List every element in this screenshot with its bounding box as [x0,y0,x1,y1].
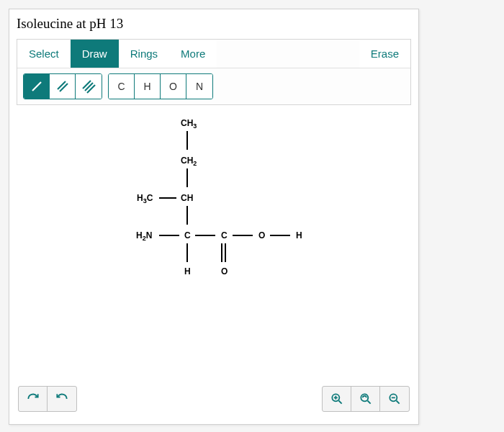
atom-c-right: C [221,230,228,240]
editor-panel: Isoleucine at pH 13 Select Draw Rings Mo… [9,9,419,425]
bond-h1 [159,197,176,199]
tab-rings[interactable]: Rings [119,40,169,68]
atom-c-button[interactable]: C [109,74,135,99]
single-bond-button[interactable] [24,74,50,99]
redo-icon [55,392,69,406]
page-title: Isoleucine at pH 13 [17,13,411,39]
bond-buttons [23,73,102,99]
tool-row: C H O N [17,68,410,104]
redo-button[interactable] [48,387,76,411]
bond-v1 [186,131,188,150]
zoom-in-button[interactable] [323,387,351,411]
svg-line-7 [338,401,341,404]
svg-line-0 [32,82,41,91]
atom-h2n: H2N [136,230,152,242]
undo-button[interactable] [19,387,48,411]
undo-icon [26,392,40,406]
atom-h-bottom: H [184,266,191,276]
svg-line-2 [60,84,68,91]
atom-o-right: O [258,230,265,240]
svg-line-4 [85,83,93,91]
single-bond-icon [30,79,44,94]
tab-row: Select Draw Rings More Erase [17,40,410,68]
zoom-out-button[interactable] [380,387,409,411]
triple-bond-icon [81,79,96,94]
atom-h-button[interactable]: H [135,74,161,99]
zoom-in-icon [330,392,344,406]
atom-n-button[interactable]: N [186,74,212,99]
atom-h3c: H3C [137,193,153,204]
svg-line-3 [83,81,91,89]
footer-bar [17,379,411,415]
tab-draw[interactable]: Draw [71,40,119,68]
undo-redo-group [18,386,77,412]
svg-point-10 [361,394,368,401]
triple-bond-button[interactable] [76,74,102,99]
drawing-canvas[interactable]: CH3 CH2 H3C CH H2N C C O H H O [17,105,411,379]
svg-line-5 [87,85,95,93]
bond-h4 [233,235,253,236]
tab-select[interactable]: Select [17,40,71,68]
bond-double [221,243,226,262]
bond-v4 [186,243,188,262]
tab-more[interactable]: More [169,40,217,68]
atom-c-center: C [184,230,191,240]
svg-line-12 [397,401,400,404]
zoom-group [322,386,410,412]
double-bond-button[interactable] [50,74,76,99]
atom-ch2: CH2 [181,156,197,167]
bond-v2 [186,168,188,187]
zoom-reset-icon [359,392,373,406]
tab-erase[interactable]: Erase [359,40,410,68]
zoom-reset-button[interactable] [351,387,380,411]
bond-h2 [159,235,179,236]
tab-spacer [217,40,359,68]
bond-v3 [186,206,188,225]
atom-buttons: C H O N [108,73,213,99]
toolbar: Select Draw Rings More Erase C H [17,39,411,105]
atom-ch: CH [181,193,193,203]
atom-h-right: H [296,230,302,240]
bond-h5 [270,235,290,236]
zoom-out-icon [387,392,402,406]
double-bond-icon [55,79,70,94]
svg-line-1 [58,81,66,89]
bond-h3 [195,235,215,236]
atom-o-button[interactable]: O [161,74,186,99]
atom-ch3: CH3 [181,118,197,130]
atom-o-bottom: O [221,266,228,276]
